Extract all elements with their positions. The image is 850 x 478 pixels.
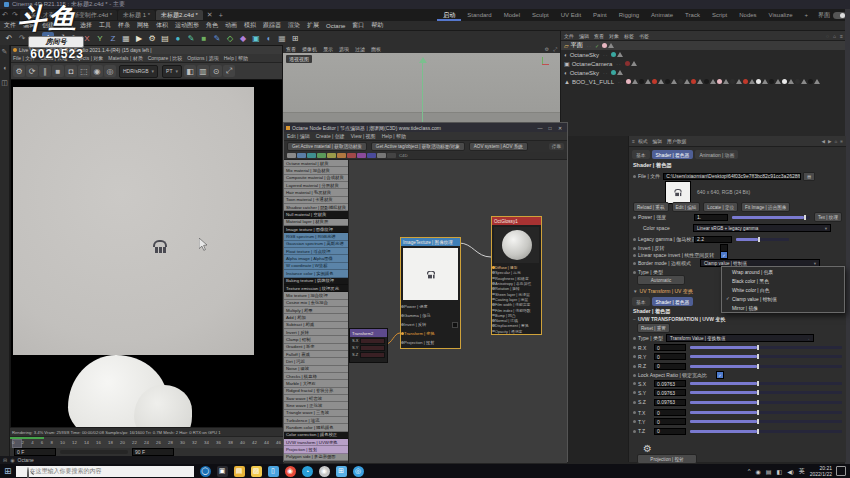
menu-item[interactable]: 扩展 bbox=[307, 21, 319, 30]
stop-icon[interactable]: ■ bbox=[52, 65, 64, 77]
object-row-2[interactable]: ▣OctaneCamera·· bbox=[561, 59, 846, 68]
imagetexture-port-1[interactable]: Gamma | 伽马 bbox=[401, 311, 460, 320]
om-menu-item[interactable]: 查看 bbox=[594, 33, 604, 39]
render-view-icon[interactable]: ▶ bbox=[133, 32, 145, 44]
volume-icon[interactable]: ◀) bbox=[787, 468, 794, 475]
menu-item[interactable]: 模拟 bbox=[244, 21, 256, 30]
clay-mode-icon[interactable]: ◧ bbox=[184, 65, 196, 77]
isolate-icon[interactable]: ⊙ bbox=[210, 65, 222, 77]
selection-tag-icon[interactable] bbox=[632, 79, 638, 84]
palette-item-11[interactable]: Gaussian spectrum | 高斯光谱 bbox=[284, 241, 348, 248]
material-tag-icon[interactable] bbox=[665, 79, 670, 84]
nav-back-icon[interactable]: ↶ bbox=[2, 11, 8, 19]
environment-icon[interactable]: ◐ bbox=[263, 32, 275, 44]
vector-slider[interactable] bbox=[690, 391, 842, 394]
object-row-3[interactable]: ◐OctaneSky·· bbox=[561, 68, 846, 77]
material-tag-icon[interactable] bbox=[756, 79, 761, 84]
palette-item-23[interactable]: Invert | 反转 bbox=[284, 329, 348, 336]
vector-value[interactable]: 0 bbox=[654, 409, 686, 416]
material-tag-icon[interactable] bbox=[602, 43, 607, 48]
category-swatch[interactable] bbox=[347, 153, 356, 158]
layout-tab-standard[interactable]: Standard bbox=[461, 9, 497, 21]
palette-item-21[interactable]: Add | 相加 bbox=[284, 314, 348, 321]
category-swatch[interactable] bbox=[297, 153, 306, 158]
node-image-texture-title[interactable]: ImageTexture | 图像纹理 bbox=[401, 238, 460, 246]
uvw-type-select[interactable]: Transform Value | 变换数值→ bbox=[666, 334, 814, 342]
close-icon[interactable]: ✕ bbox=[555, 125, 565, 131]
projection-button[interactable]: Projection | 投射 bbox=[637, 454, 697, 464]
selection-tag-icon[interactable] bbox=[684, 79, 690, 84]
action-center-icon[interactable] bbox=[836, 466, 846, 476]
vector-slider[interactable] bbox=[690, 420, 842, 423]
cortana-icon[interactable]: ◯ bbox=[200, 466, 211, 477]
chrome-icon[interactable]: ◉ bbox=[285, 466, 296, 477]
viewport-settings-icon[interactable]: ⚙ bbox=[545, 46, 549, 53]
dock-button[interactable]: 停靠 bbox=[549, 143, 564, 150]
category-swatch[interactable] bbox=[387, 153, 396, 158]
layout-tab-animate[interactable]: Animate bbox=[645, 9, 679, 21]
search-input[interactable] bbox=[16, 466, 194, 477]
calculator-icon[interactable]: ⊞ bbox=[289, 32, 301, 44]
file-path-field[interactable]: C:\Users\xiaomian\Desktop\64f03c9e7ff3bc… bbox=[663, 173, 801, 180]
material-tag-icon[interactable] bbox=[782, 79, 787, 84]
layout-tab-启动[interactable]: 启动 bbox=[437, 9, 461, 21]
live-viewer-menu-item[interactable]: Compare | 比较 bbox=[148, 55, 183, 61]
node-editor-menu-item[interactable]: Edit | 编辑 bbox=[287, 133, 310, 139]
attribute-tab-0[interactable]: 基本 bbox=[632, 150, 650, 159]
imagetexture-port-2[interactable]: Invert | 反转 bbox=[401, 320, 460, 329]
back-icon[interactable]: ◀ bbox=[821, 139, 825, 144]
material-tag-icon[interactable] bbox=[652, 79, 657, 84]
settings-icon[interactable]: ⚙ bbox=[13, 65, 25, 77]
visibility-dots[interactable]: ·· bbox=[603, 52, 608, 58]
power-value[interactable]: 1. bbox=[694, 214, 728, 221]
kernel-mode-select[interactable]: PT▾ bbox=[162, 65, 182, 78]
palette-item-14[interactable]: W coordinate | W坐标 bbox=[284, 263, 348, 270]
selection-tag-icon[interactable] bbox=[608, 43, 614, 48]
network-icon[interactable]: ◧ bbox=[776, 468, 782, 475]
sub-tab-0[interactable]: 基本 bbox=[632, 297, 650, 306]
vector-slider[interactable] bbox=[690, 382, 842, 385]
wps-icon[interactable]: ▤ bbox=[234, 466, 245, 477]
array-icon[interactable]: ▦ bbox=[276, 32, 288, 44]
ime-indicator[interactable]: 英 bbox=[799, 467, 805, 476]
brush-icon[interactable]: ✎ bbox=[2, 48, 8, 56]
node-editor-button-0[interactable]: Get Active material | 获取活动材质 bbox=[287, 142, 367, 151]
om-menu-icon[interactable]: ≡ bbox=[840, 33, 843, 39]
palette-item-38[interactable]: UVW transform | UVW变换 bbox=[284, 439, 348, 446]
palette-item-28[interactable]: Noise | 噪波 bbox=[284, 366, 348, 373]
visibility-dots[interactable]: ·· bbox=[587, 43, 592, 49]
material-tag-icon[interactable] bbox=[611, 52, 616, 57]
node-canvas[interactable]: Transform2 S.XS.YS.Z ImageTexture | 图像纹理… bbox=[349, 160, 567, 463]
palette-item-2[interactable]: Composite material | 合成材质 bbox=[284, 175, 348, 182]
node-editor-button-1[interactable]: Get Active tag/object | 获取活动标签/对象 bbox=[371, 142, 465, 151]
dropdown-option-2[interactable]: White color | 白色 bbox=[722, 285, 844, 294]
c4d-icon[interactable]: ◎ bbox=[353, 466, 364, 477]
file-browse-button[interactable]: ▤ bbox=[803, 172, 815, 181]
category-swatch[interactable] bbox=[327, 153, 336, 158]
wireframe-icon[interactable]: ▥ bbox=[197, 65, 209, 77]
node-editor-menu-item[interactable]: Help | 帮助 bbox=[382, 133, 406, 139]
viewport-menu-item[interactable]: 显示 bbox=[323, 46, 333, 52]
nav-forward-icon[interactable]: ↷ bbox=[12, 11, 18, 19]
om-menu-item[interactable]: 编辑 bbox=[579, 33, 589, 39]
om-search-icon[interactable]: ◌ bbox=[826, 33, 829, 39]
selection-tag-icon[interactable] bbox=[645, 79, 651, 84]
refresh-icon[interactable]: ⟳ bbox=[26, 65, 38, 77]
vector-slider[interactable] bbox=[690, 365, 842, 368]
layout-tab-script[interactable]: Script bbox=[706, 9, 733, 21]
palette-item-17[interactable]: Texture emission | 纹理发光 bbox=[284, 285, 348, 292]
mirror-icon[interactable]: ◫ bbox=[1, 79, 8, 87]
palette-item-6[interactable]: Shadow catcher | 阴影捕捉材质 bbox=[284, 204, 348, 211]
layout-tab-track[interactable]: Track bbox=[679, 9, 706, 21]
layout-tab-model[interactable]: Model bbox=[498, 9, 526, 21]
selection-tag-icon[interactable] bbox=[801, 79, 807, 84]
menu-item[interactable]: 帮助 bbox=[371, 21, 383, 30]
viewport-menu-item[interactable]: 过滤 bbox=[355, 46, 365, 52]
vector-value[interactable]: 0.09763 bbox=[654, 389, 686, 396]
palette-item-16[interactable]: Baking texture | 烘焙纹理 bbox=[284, 278, 348, 285]
transform-row-s-y[interactable]: S.Y bbox=[350, 344, 387, 351]
lock-aspect-checkbox[interactable]: ✓ bbox=[716, 371, 724, 379]
palette-item-27[interactable]: Dirt | 污垢 bbox=[284, 358, 348, 365]
render-view[interactable] bbox=[11, 80, 282, 430]
palette-item-39[interactable]: Projection | 投射 bbox=[284, 446, 348, 453]
